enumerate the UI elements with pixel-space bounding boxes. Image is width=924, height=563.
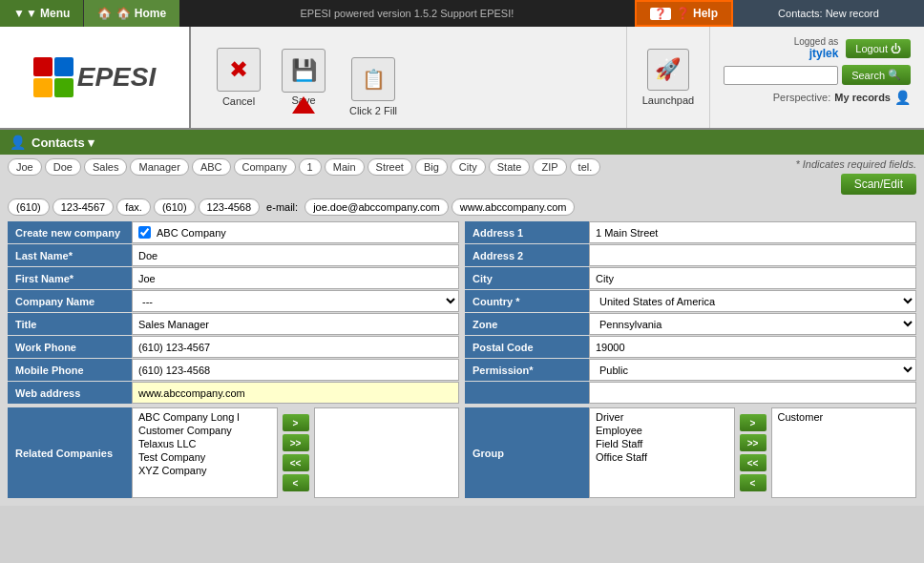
click2fill-button[interactable]: 📋 Click 2 Fill	[340, 57, 407, 116]
city-input[interactable]	[596, 273, 910, 284]
cancel-button[interactable]: ✖ Cancel	[210, 48, 267, 107]
list-item[interactable]: Field Staff	[592, 437, 732, 450]
list-item[interactable]: Customer Company	[135, 424, 275, 437]
last-name-input[interactable]	[138, 250, 452, 261]
pill-city[interactable]: City	[451, 158, 486, 176]
pill-main[interactable]: Main	[325, 158, 365, 176]
pill-fax[interactable]: fax.	[116, 198, 151, 216]
pill-610-1[interactable]: (610)	[8, 198, 50, 216]
create-new-company-checkbox[interactable]	[138, 226, 151, 239]
contacts-title[interactable]: Contacts ▾	[32, 136, 94, 150]
postal-code-input[interactable]	[596, 342, 910, 353]
list-item[interactable]: Office Staff	[592, 450, 732, 464]
save-button[interactable]: 💾 Save	[275, 49, 332, 106]
country-row: Country * United States of America	[465, 290, 916, 312]
group-left-list[interactable]: Driver Employee Field Staff Office Staff	[589, 407, 735, 498]
list-item[interactable]: ABC Company Long l	[135, 410, 275, 424]
empty-row	[465, 382, 916, 404]
pill-email[interactable]: joe.doe@abccompany.com	[304, 198, 449, 216]
related-companies-left-list[interactable]: ABC Company Long l Customer Company Tela…	[132, 407, 278, 498]
pill-doe[interactable]: Doe	[45, 158, 81, 176]
logout-button[interactable]: Logout ⏻	[846, 39, 911, 58]
pill-state[interactable]: State	[489, 158, 531, 176]
help-icon: ❓	[650, 8, 671, 20]
search-input[interactable]	[724, 66, 838, 85]
pills-row-2: (610) 123-4567 fax. (610) 123-4568 e-mai…	[0, 198, 924, 221]
address2-input[interactable]	[596, 250, 910, 261]
pill-1[interactable]: 1	[299, 158, 322, 176]
list-item[interactable]: Driver	[592, 410, 732, 424]
postal-code-row: Postal Code	[465, 336, 916, 358]
pill-company[interactable]: Company	[234, 158, 296, 176]
launchpad-icon: 🚀	[647, 49, 689, 91]
zone-select[interactable]: Pennsylvania	[590, 314, 915, 334]
pill-tel[interactable]: tel.	[570, 158, 601, 176]
list-item[interactable]: Test Company	[135, 450, 275, 464]
perspective-label: Perspective:	[773, 92, 831, 103]
permission-select[interactable]: Public	[590, 360, 915, 380]
first-name-row: First Name*	[8, 267, 459, 289]
title-input[interactable]	[138, 319, 452, 330]
group-label: Group	[472, 448, 504, 459]
create-new-company-row: Create new company	[8, 221, 459, 243]
title-row: Title	[8, 313, 459, 335]
transfer-right-one-button[interactable]: >	[283, 414, 309, 431]
pill-website[interactable]: www.abccompany.com	[452, 198, 576, 216]
list-item[interactable]: Employee	[592, 424, 732, 437]
related-companies-label: Related Companies	[15, 448, 113, 459]
perspective-icon: 👤	[894, 90, 911, 105]
web-address-input[interactable]	[138, 387, 452, 399]
contacts-icon: 👤	[10, 135, 26, 150]
work-phone-input[interactable]	[138, 342, 452, 353]
list-item[interactable]: XYZ Company	[135, 464, 275, 477]
menu-button[interactable]: ▼ ▼ Menu	[0, 0, 83, 27]
title-label: Title	[15, 319, 36, 330]
pill-abc[interactable]: ABC	[192, 158, 231, 176]
first-name-input[interactable]	[138, 273, 452, 284]
work-phone-label: Work Phone	[15, 342, 76, 353]
city-row: City	[465, 267, 916, 289]
pill-street[interactable]: Street	[368, 158, 412, 176]
permission-label: Permission*	[472, 365, 534, 376]
address1-input[interactable]	[596, 227, 910, 239]
power-icon: ⏻	[891, 43, 901, 54]
list-item[interactable]: Customer	[774, 410, 914, 424]
permission-row: Permission* Public	[465, 359, 916, 381]
help-button[interactable]: ❓ ❓ Help	[635, 0, 733, 27]
launchpad-area[interactable]: 🚀 Launchpad	[626, 27, 709, 128]
list-item[interactable]: Telaxus LLC	[135, 437, 275, 450]
transfer-right-all-button[interactable]: >>	[283, 434, 309, 451]
last-name-label: Last Name*	[15, 250, 73, 261]
group-transfer-right-all-button[interactable]: >>	[740, 434, 766, 451]
pill-1234568[interactable]: 123-4568	[199, 198, 261, 216]
country-select[interactable]: United States of America	[590, 291, 915, 311]
group-right-list[interactable]: Customer	[771, 407, 917, 498]
mobile-phone-input[interactable]	[138, 365, 452, 376]
group-transfer-left-one-button[interactable]: <	[740, 474, 766, 491]
address1-row: Address 1	[465, 221, 916, 243]
company-name-select[interactable]: ---	[133, 291, 458, 311]
contacts-new-record-bar: Contacts: New record	[733, 0, 924, 27]
scan-edit-button[interactable]: Scan/Edit	[841, 174, 916, 195]
pill-610-2[interactable]: (610)	[154, 198, 196, 216]
pill-joe[interactable]: Joe	[8, 158, 42, 176]
home-button[interactable]: 🏠 🏠 Home	[83, 0, 179, 27]
pill-big[interactable]: Big	[415, 158, 448, 176]
pill-sales[interactable]: Sales	[84, 158, 128, 176]
search-icon: 🔍	[888, 69, 901, 81]
pill-zip[interactable]: ZIP	[533, 158, 566, 176]
group-section: Group Driver Employee Field Staff Office…	[465, 407, 916, 498]
related-companies-right-list[interactable]	[314, 407, 460, 498]
logged-as-label: Logged as	[794, 36, 839, 47]
last-name-row: Last Name*	[8, 244, 459, 266]
create-new-company-input[interactable]	[157, 227, 452, 239]
group-transfer-left-all-button[interactable]: <<	[740, 454, 766, 471]
company-name-label: Company Name	[15, 296, 94, 307]
search-button[interactable]: Search 🔍	[842, 65, 911, 85]
pill-1234567[interactable]: 123-4567	[52, 198, 115, 216]
transfer-left-one-button[interactable]: <	[283, 474, 309, 491]
group-transfer-right-one-button[interactable]: >	[740, 414, 766, 431]
pill-manager[interactable]: Manager	[130, 158, 188, 176]
address2-row: Address 2	[465, 244, 916, 266]
transfer-left-all-button[interactable]: <<	[283, 454, 309, 471]
